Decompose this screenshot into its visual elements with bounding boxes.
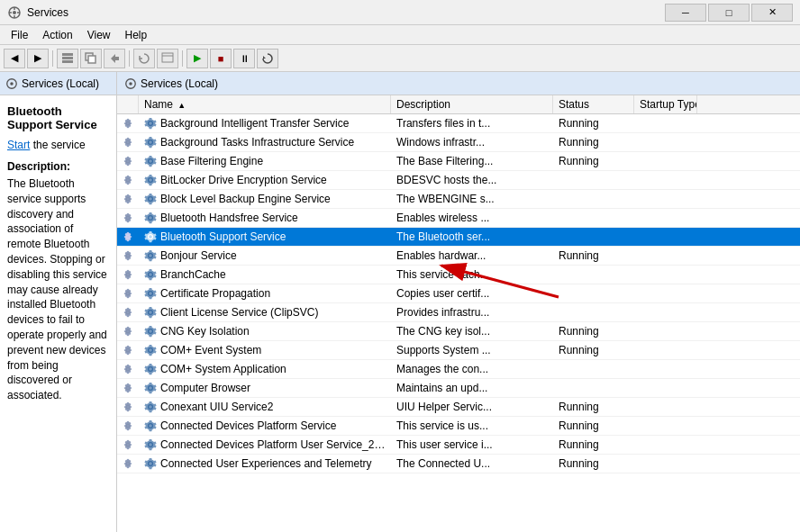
stop-button[interactable]: ■ [210,49,232,68]
services-panel-icon [5,77,18,90]
table-row[interactable]: COM+ System ApplicationManages the con..… [117,360,800,379]
table-row[interactable]: Bonjour ServiceEnables hardwar...Running [117,247,800,266]
service-gear-icon [144,117,157,130]
service-description-cell: Supports System ... [391,341,553,359]
table-header: Name ▲ Description Status Startup Type [117,95,800,114]
service-row-icon [117,247,139,265]
table-row[interactable]: Connected User Experiences and Telemetry… [117,455,800,473]
refresh-button[interactable] [133,49,155,68]
description-text: The Bluetooth service supports discovery… [7,176,109,403]
service-startup-cell [634,360,697,378]
service-row-icon [117,417,139,435]
table-row[interactable]: Certificate PropagationCopies user certi… [117,284,800,303]
service-row-icon [117,171,139,189]
table-row[interactable]: Background Intelligent Transfer ServiceT… [117,114,800,133]
service-description-cell: Enables wireless ... [391,209,553,227]
service-startup-cell [634,436,697,454]
right-panel: Services (Local) Name ▲ Description Stat… [117,72,800,532]
navigate-back-button[interactable] [104,49,125,68]
service-row-icon [117,133,139,151]
service-status-cell: Running [553,417,634,435]
toolbar-separator-3 [182,50,183,67]
export-button[interactable] [157,49,178,68]
restart-button[interactable] [257,49,278,68]
table-row[interactable]: Base Filtering EngineThe Base Filtering.… [117,152,800,171]
left-panel-content: Bluetooth Support Service Start the serv… [0,95,116,532]
svg-rect-7 [62,57,73,59]
forward-button[interactable]: ▶ [27,49,49,68]
service-name-cell: Base Filtering Engine [139,152,391,170]
service-gear-icon [144,230,157,243]
service-row-icon [117,341,139,359]
close-button[interactable]: ✕ [751,4,793,22]
table-row[interactable]: BranchCacheThis service cach... [117,266,800,284]
table-row[interactable]: Bluetooth Handsfree ServiceEnables wirel… [117,209,800,228]
service-description-cell: The WBENGINE s... [391,190,553,208]
col-header-icon[interactable] [117,95,139,113]
table-row[interactable]: Connected Devices Platform User Service_… [117,436,800,455]
service-name-cell: Bonjour Service [139,247,391,265]
menu-view[interactable]: View [80,27,118,43]
service-gear-icon [144,249,157,262]
table-row[interactable]: Computer BrowserMaintains an upd... [117,379,800,398]
service-gear-icon [144,363,157,375]
col-header-startup[interactable]: Startup Type [634,95,697,113]
back-button[interactable]: ◀ [4,49,25,68]
table-row[interactable]: Block Level Backup Engine ServiceThe WBE… [117,190,800,209]
table-row[interactable]: Conexant UIU Service2UIU Helper Servic..… [117,398,800,417]
start-service-link[interactable]: Start [7,139,30,151]
table-row[interactable]: COM+ Event SystemSupports System ...Runn… [117,341,800,360]
service-description-cell: Provides infrastru... [391,303,553,321]
service-status-cell: Running [553,341,634,359]
table-row[interactable]: CNG Key IsolationThe CNG key isol...Runn… [117,322,800,341]
menu-help[interactable]: Help [118,27,155,43]
service-description-cell: The Bluetooth ser... [391,228,553,246]
col-header-status[interactable]: Status [553,95,634,113]
service-name-cell: Connected Devices Platform Service [139,417,391,435]
table-row[interactable]: Client License Service (ClipSVC)Provides… [117,303,800,322]
toolbar-separator-2 [129,50,130,67]
service-status-cell [553,303,634,321]
new-window-button[interactable] [80,49,102,68]
service-row-icon [117,398,139,416]
service-startup-cell [634,398,697,416]
left-panel-header: Services (Local) [0,72,116,95]
service-gear-icon [144,174,157,186]
service-status-cell [553,209,634,227]
service-row-icon [117,322,139,340]
service-row-icon [117,190,139,208]
table-row[interactable]: Background Tasks Infrastructure ServiceW… [117,133,800,152]
service-startup-cell [634,228,697,246]
service-name-cell: Connected Devices Platform User Service_… [139,436,391,454]
service-gear-icon [144,136,157,149]
service-name-cell: Background Tasks Infrastructure Service [139,133,391,151]
service-gear-icon [144,419,157,432]
service-name-cell: BranchCache [139,266,391,284]
table-row[interactable]: BitLocker Drive Encryption ServiceBDESVC… [117,171,800,190]
menu-action[interactable]: Action [35,27,79,43]
service-description-cell: Manages the con... [391,360,553,378]
maximize-button[interactable]: □ [708,4,750,22]
pause-button[interactable]: ⏸ [233,49,255,68]
col-header-name[interactable]: Name ▲ [139,95,391,113]
col-header-description[interactable]: Description [391,95,553,113]
service-description-cell: Maintains an upd... [391,379,553,397]
service-name-cell: Certificate Propagation [139,284,391,302]
service-gear-icon [144,155,157,167]
show-hide-button[interactable] [57,49,78,68]
service-gear-icon [144,268,157,281]
menu-file[interactable]: File [4,27,35,43]
services-table[interactable]: Name ▲ Description Status Startup Type [117,95,800,532]
services-title-icon [7,5,22,20]
service-rows-container: Background Intelligent Transfer ServiceT… [117,114,800,473]
minimize-button[interactable]: ─ [665,4,706,22]
table-row[interactable]: Connected Devices Platform ServiceThis s… [117,417,800,436]
service-name-cell: COM+ Event System [139,341,391,359]
service-name-cell: Computer Browser [139,379,391,397]
service-status-cell: Running [553,398,634,416]
service-status-cell [553,379,634,397]
play-button[interactable]: ▶ [186,49,208,68]
table-row[interactable]: Bluetooth Support ServiceThe Bluetooth s… [117,228,800,247]
service-startup-cell [634,284,697,302]
service-startup-cell [634,247,697,265]
